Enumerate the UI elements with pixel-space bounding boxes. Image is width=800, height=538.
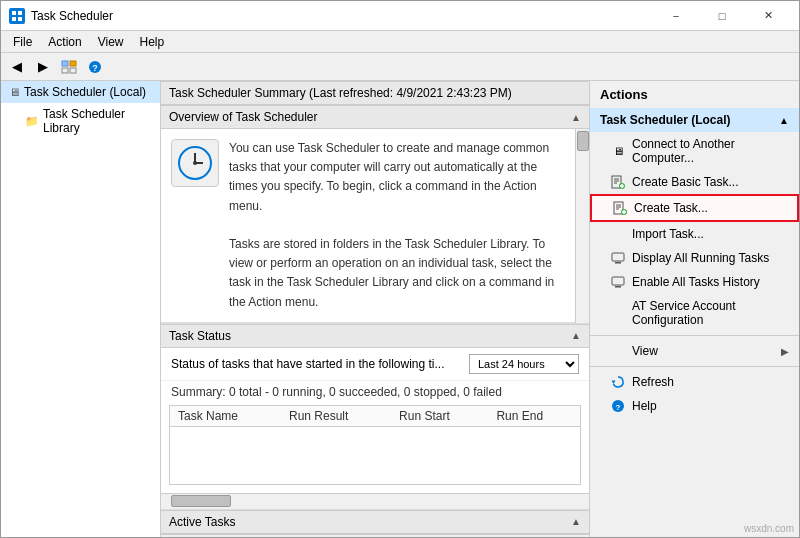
col-run-end: Run End bbox=[488, 406, 580, 427]
summary-header: Task Scheduler Summary (Last refreshed: … bbox=[161, 81, 589, 105]
actions-header: Actions bbox=[590, 81, 799, 108]
svg-rect-6 bbox=[62, 68, 68, 73]
svg-point-13 bbox=[193, 161, 197, 165]
action-help[interactable]: ? Help bbox=[590, 394, 799, 418]
svg-rect-1 bbox=[18, 11, 22, 15]
task-status-header[interactable]: Task Status ▲ bbox=[161, 324, 589, 348]
overview-text: You can use Task Scheduler to create and… bbox=[229, 139, 555, 312]
actions-subheader-text: Task Scheduler (Local) bbox=[600, 113, 730, 127]
action-create-basic-label: Create Basic Task... bbox=[632, 175, 739, 189]
task-status-header-text: Task Status bbox=[169, 329, 231, 343]
svg-marker-32 bbox=[612, 381, 616, 385]
window-controls: − □ ✕ bbox=[653, 1, 791, 31]
svg-rect-4 bbox=[62, 61, 68, 66]
window-title: Task Scheduler bbox=[31, 9, 653, 23]
menu-action[interactable]: Action bbox=[40, 33, 89, 51]
action-connect-label: Connect to Another Computer... bbox=[632, 137, 789, 165]
task-status-filter: Status of tasks that have started in the… bbox=[161, 348, 589, 381]
tree-library-label: Task Scheduler Library bbox=[43, 107, 152, 135]
overview-section: You can use Task Scheduler to create and… bbox=[161, 129, 575, 323]
actions-subheader-arrow: ▲ bbox=[779, 115, 789, 126]
task-table-container: Task Name Run Result Run Start Run End bbox=[169, 405, 581, 485]
actions-subheader[interactable]: Task Scheduler (Local) ▲ bbox=[590, 108, 799, 132]
tree-local-label: Task Scheduler (Local) bbox=[24, 85, 146, 99]
action-help-label: Help bbox=[632, 399, 657, 413]
view-arrow-icon: ▶ bbox=[781, 346, 789, 357]
refresh-icon bbox=[610, 375, 626, 389]
svg-rect-5 bbox=[70, 61, 76, 66]
summary-header-text: Task Scheduler Summary (Last refreshed: … bbox=[169, 86, 512, 100]
action-enable-history-label: Enable All Tasks History bbox=[632, 275, 760, 289]
action-refresh[interactable]: Refresh bbox=[590, 370, 799, 394]
enable-history-icon bbox=[610, 275, 626, 289]
action-create-basic[interactable]: Create Basic Task... bbox=[590, 170, 799, 194]
app-icon bbox=[9, 8, 25, 24]
action-import[interactable]: Import Task... bbox=[590, 222, 799, 246]
overview-header[interactable]: Overview of Task Scheduler ▲ bbox=[161, 105, 589, 129]
svg-rect-2 bbox=[12, 17, 16, 21]
overview-scrollbar[interactable] bbox=[575, 129, 589, 323]
help-icon: ? bbox=[610, 399, 626, 413]
connect-icon: 🖥 bbox=[610, 144, 626, 158]
task-status-collapse-icon: ▲ bbox=[571, 330, 581, 341]
bottom-bar: Last refreshed at 4/9/2021 2:43:23 PM Re… bbox=[161, 534, 589, 537]
import-icon bbox=[610, 227, 626, 241]
action-create-task[interactable]: Create Task... bbox=[590, 194, 799, 222]
h-scroll-thumb bbox=[171, 495, 231, 507]
overview-para1: You can use Task Scheduler to create and… bbox=[229, 141, 549, 213]
filter-dropdown[interactable]: Last 24 hours Last hour Last 7 days Last… bbox=[469, 354, 579, 374]
svg-text:?: ? bbox=[92, 63, 98, 73]
view-button[interactable] bbox=[57, 56, 81, 78]
menu-view[interactable]: View bbox=[90, 33, 132, 51]
overview-header-text: Overview of Task Scheduler bbox=[169, 110, 318, 124]
action-create-task-label: Create Task... bbox=[634, 201, 708, 215]
tree-item-library[interactable]: 📁 Task Scheduler Library bbox=[1, 103, 160, 139]
menu-bar: File Action View Help bbox=[1, 31, 799, 53]
svg-rect-0 bbox=[12, 11, 16, 15]
svg-rect-3 bbox=[18, 17, 22, 21]
svg-rect-29 bbox=[615, 262, 621, 264]
maximize-button[interactable]: □ bbox=[699, 1, 745, 31]
action-view[interactable]: View ▶ bbox=[590, 339, 799, 363]
task-table: Task Name Run Result Run Start Run End bbox=[170, 406, 580, 427]
overview-scroll-thumb bbox=[577, 131, 589, 151]
svg-rect-7 bbox=[70, 68, 76, 73]
col-task-name: Task Name bbox=[170, 406, 281, 427]
action-separator-2 bbox=[590, 366, 799, 367]
toolbar: ◀ ▶ ? bbox=[1, 53, 799, 81]
active-tasks-header[interactable]: Active Tasks ▲ bbox=[161, 510, 589, 534]
active-tasks-collapse-icon: ▲ bbox=[571, 516, 581, 527]
back-button[interactable]: ◀ bbox=[5, 56, 29, 78]
action-at-service-label: AT Service Account Configuration bbox=[632, 299, 789, 327]
help-toolbar-button[interactable]: ? bbox=[83, 56, 107, 78]
svg-rect-31 bbox=[615, 286, 621, 288]
view-icon bbox=[610, 344, 626, 358]
action-display-running[interactable]: Display All Running Tasks bbox=[590, 246, 799, 270]
horizontal-scrollbar[interactable] bbox=[161, 493, 589, 509]
action-view-label: View bbox=[632, 344, 658, 358]
task-summary: Summary: 0 total - 0 running, 0 succeede… bbox=[161, 381, 589, 405]
menu-file[interactable]: File bbox=[5, 33, 40, 51]
action-refresh-label: Refresh bbox=[632, 375, 674, 389]
active-tasks-header-text: Active Tasks bbox=[169, 515, 235, 529]
action-connect[interactable]: 🖥 Connect to Another Computer... bbox=[590, 132, 799, 170]
display-running-icon bbox=[610, 251, 626, 265]
create-basic-icon bbox=[610, 175, 626, 189]
forward-button[interactable]: ▶ bbox=[31, 56, 55, 78]
svg-rect-28 bbox=[612, 253, 624, 261]
left-panel: 🖥 Task Scheduler (Local) 📁 Task Schedule… bbox=[1, 81, 161, 537]
close-button[interactable]: ✕ bbox=[745, 1, 791, 31]
center-panel: Task Scheduler Summary (Last refreshed: … bbox=[161, 81, 589, 537]
task-status-section: Task Status ▲ Status of tasks that have … bbox=[161, 324, 589, 510]
title-bar: Task Scheduler − □ ✕ bbox=[1, 1, 799, 31]
clock-icon bbox=[171, 139, 219, 187]
action-enable-history[interactable]: Enable All Tasks History bbox=[590, 270, 799, 294]
action-import-label: Import Task... bbox=[632, 227, 704, 241]
col-run-start: Run Start bbox=[391, 406, 488, 427]
menu-help[interactable]: Help bbox=[132, 33, 173, 51]
svg-rect-30 bbox=[612, 277, 624, 285]
minimize-button[interactable]: − bbox=[653, 1, 699, 31]
action-at-service[interactable]: AT Service Account Configuration bbox=[590, 294, 799, 332]
action-display-running-label: Display All Running Tasks bbox=[632, 251, 769, 265]
tree-item-local[interactable]: 🖥 Task Scheduler (Local) bbox=[1, 81, 160, 103]
